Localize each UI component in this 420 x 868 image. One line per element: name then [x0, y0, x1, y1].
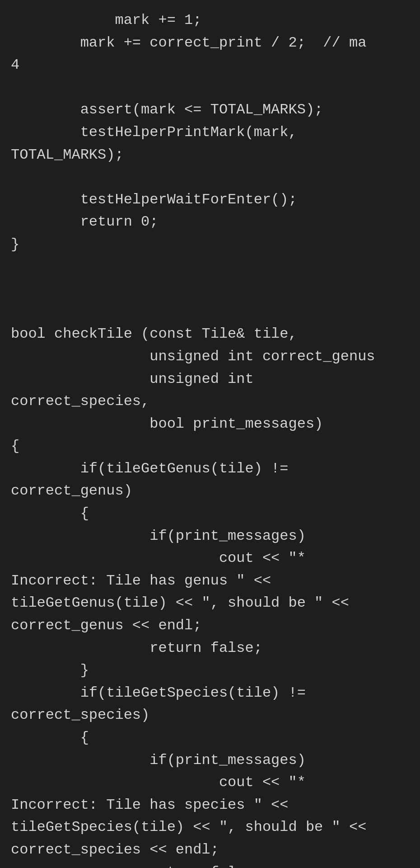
code-block: mark += 1; mark += correct_print / 2; //… [11, 9, 409, 868]
